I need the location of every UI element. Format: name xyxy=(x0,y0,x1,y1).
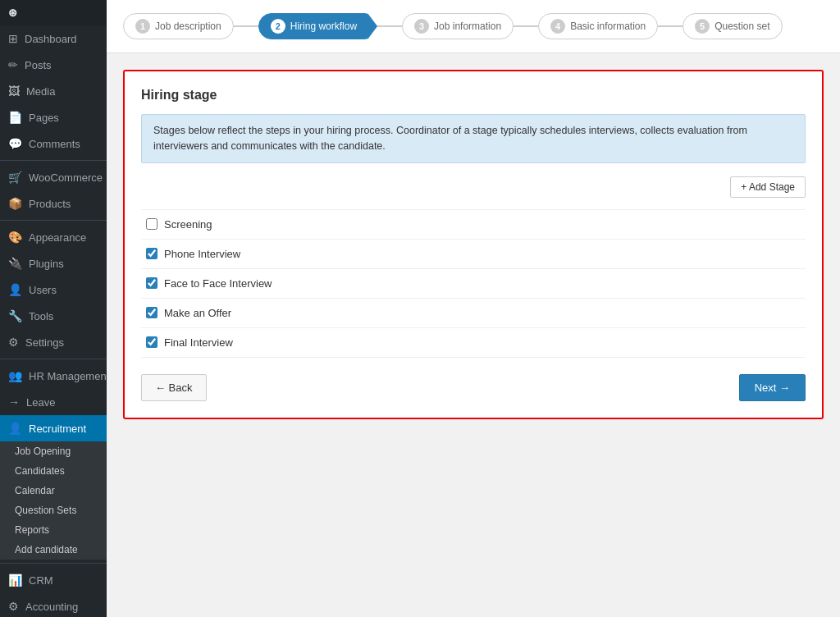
products-icon: 📦 xyxy=(8,197,22,210)
sidebar-item-appearance[interactable]: 🎨 Appearance xyxy=(0,224,107,250)
accounting-icon: ⚙ xyxy=(8,600,19,613)
step-2-label: Hiring workflow xyxy=(290,21,357,32)
add-stage-button[interactable]: + Add Stage xyxy=(730,176,806,198)
stage-checkbox-screening[interactable] xyxy=(146,218,158,230)
candidates-label: Candidates xyxy=(15,465,65,477)
step-3-number: 3 xyxy=(414,19,429,34)
back-button[interactable]: ← Back xyxy=(141,374,207,401)
main-area: 1 Job description 2 Hiring workflow 3 Jo… xyxy=(107,0,840,617)
step-connector-2 xyxy=(377,25,402,27)
sidebar-item-hr[interactable]: 👥 HR Management xyxy=(0,363,107,389)
recruitment-submenu: Job Opening Candidates Calendar Question… xyxy=(0,441,107,560)
step-3: 3 Job information xyxy=(402,13,514,39)
sidebar-item-leave[interactable]: → Leave xyxy=(0,389,107,415)
content-area: Hiring stage Stages below reflect the st… xyxy=(107,53,840,617)
tools-icon: 🔧 xyxy=(8,309,22,322)
step-4-label: Basic information xyxy=(570,21,646,32)
card-title: Hiring stage xyxy=(141,88,806,103)
sidebar-item-pages[interactable]: 📄 Pages xyxy=(0,104,107,130)
sidebar-item-job-opening[interactable]: Job Opening xyxy=(0,441,107,461)
sidebar-label-pages: Pages xyxy=(29,112,59,124)
plugins-icon: 🔌 xyxy=(8,257,22,270)
sidebar-label-posts: Posts xyxy=(25,59,52,71)
divider-1 xyxy=(0,160,107,161)
sidebar-item-add-candidate[interactable]: Add candidate xyxy=(0,540,107,560)
step-2-bubble[interactable]: 2 Hiring workflow xyxy=(258,13,377,39)
sidebar-label-products: Products xyxy=(29,198,71,210)
step-4-number: 4 xyxy=(550,19,565,34)
stage-label-make-offer: Make an Offer xyxy=(164,307,231,319)
job-opening-label: Job Opening xyxy=(15,446,71,457)
sidebar-label-dashboard: Dashboard xyxy=(25,33,77,45)
add-candidate-label: Add candidate xyxy=(15,544,78,555)
sidebar-item-posts[interactable]: ✏ Posts xyxy=(0,52,107,78)
sidebar-label-media: Media xyxy=(26,85,55,98)
step-5-bubble[interactable]: 5 Question set xyxy=(682,13,782,39)
comments-icon: 💬 xyxy=(8,137,22,150)
woocommerce-icon: 🛒 xyxy=(8,171,22,184)
settings-icon: ⚙ xyxy=(8,336,19,349)
stage-row-final-interview: Final Interview xyxy=(141,328,806,358)
sidebar-item-tools[interactable]: 🔧 Tools xyxy=(0,303,107,329)
stage-checkbox-final-interview[interactable] xyxy=(146,336,158,348)
stage-checkbox-phone-interview[interactable] xyxy=(146,248,158,259)
stage-label-screening: Screening xyxy=(164,218,212,231)
step-1-bubble[interactable]: 1 Job description xyxy=(123,13,234,39)
step-1-number: 1 xyxy=(135,19,150,34)
sidebar-label-tools: Tools xyxy=(29,310,53,322)
sidebar-item-comments[interactable]: 💬 Comments xyxy=(0,130,107,157)
step-1: 1 Job description xyxy=(123,13,234,39)
step-connector-4 xyxy=(658,25,682,27)
sidebar-item-question-sets[interactable]: Question Sets xyxy=(0,500,107,520)
sidebar-item-media[interactable]: 🖼 Media xyxy=(0,78,107,104)
sidebar-item-reports[interactable]: Reports xyxy=(0,520,107,540)
divider-2 xyxy=(0,220,107,221)
step-4: 4 Basic information xyxy=(538,13,658,39)
stage-checkbox-make-offer[interactable] xyxy=(146,307,158,318)
sidebar-item-calendar[interactable]: Calendar xyxy=(0,481,107,500)
step-3-label: Job information xyxy=(434,21,501,32)
step-5-label: Question set xyxy=(714,21,769,32)
sidebar-item-settings[interactable]: ⚙ Settings xyxy=(0,329,107,355)
dashboard-icon: ⊞ xyxy=(8,32,18,45)
stage-row-face-to-face: Face to Face Interview xyxy=(141,269,806,299)
step-connector-1 xyxy=(234,25,258,27)
stage-row-make-offer: Make an Offer xyxy=(141,299,806,328)
divider-4 xyxy=(0,563,107,564)
stage-row-screening: Screening xyxy=(141,210,806,240)
info-box: Stages below reflect the steps in your h… xyxy=(141,114,806,163)
sidebar-item-plugins[interactable]: 🔌 Plugins xyxy=(0,250,107,277)
sidebar-label-crm: CRM xyxy=(29,574,53,587)
sidebar-item-recruitment[interactable]: 👤 Recruitment xyxy=(0,415,107,441)
sidebar-label-users: Users xyxy=(29,284,57,296)
sidebar-item-crm[interactable]: 📊 CRM xyxy=(0,567,107,593)
sidebar-label-plugins: Plugins xyxy=(29,258,64,270)
step-5: 5 Question set xyxy=(682,13,782,39)
sidebar-label-leave: Leave xyxy=(26,396,55,409)
steps-bar: 1 Job description 2 Hiring workflow 3 Jo… xyxy=(107,0,840,53)
leave-icon: → xyxy=(8,395,20,409)
reports-label: Reports xyxy=(15,524,49,536)
sidebar-label-woocommerce: WooCommerce xyxy=(29,171,103,184)
sidebar-item-products[interactable]: 📦 Products xyxy=(0,190,107,217)
sidebar-label-appearance: Appearance xyxy=(29,231,86,244)
posts-icon: ✏ xyxy=(8,58,18,71)
calendar-label: Calendar xyxy=(15,485,55,496)
sidebar-item-woocommerce[interactable]: 🛒 WooCommerce xyxy=(0,164,107,190)
sidebar-item-dashboard[interactable]: ⊞ Dashboard xyxy=(0,25,107,52)
stage-list: Screening Phone Interview Face to Face I… xyxy=(141,209,806,358)
step-3-bubble[interactable]: 3 Job information xyxy=(402,13,514,39)
crm-icon: 📊 xyxy=(8,574,22,587)
sidebar-item-candidates[interactable]: Candidates xyxy=(0,461,107,481)
pages-icon: 📄 xyxy=(8,111,22,124)
sidebar-item-users[interactable]: 👤 Users xyxy=(0,277,107,303)
step-4-bubble[interactable]: 4 Basic information xyxy=(538,13,658,39)
hiring-stage-card: Hiring stage Stages below reflect the st… xyxy=(123,70,824,419)
sidebar-item-accounting[interactable]: ⚙ Accounting xyxy=(0,593,107,617)
step-connector-3 xyxy=(514,25,538,27)
recruitment-icon: 👤 xyxy=(8,422,22,435)
sidebar-label-comments: Comments xyxy=(29,138,80,150)
next-button[interactable]: Next → xyxy=(739,374,806,401)
wp-logo-icon: ⊛ xyxy=(8,7,17,19)
stage-checkbox-face-to-face[interactable] xyxy=(146,277,158,289)
